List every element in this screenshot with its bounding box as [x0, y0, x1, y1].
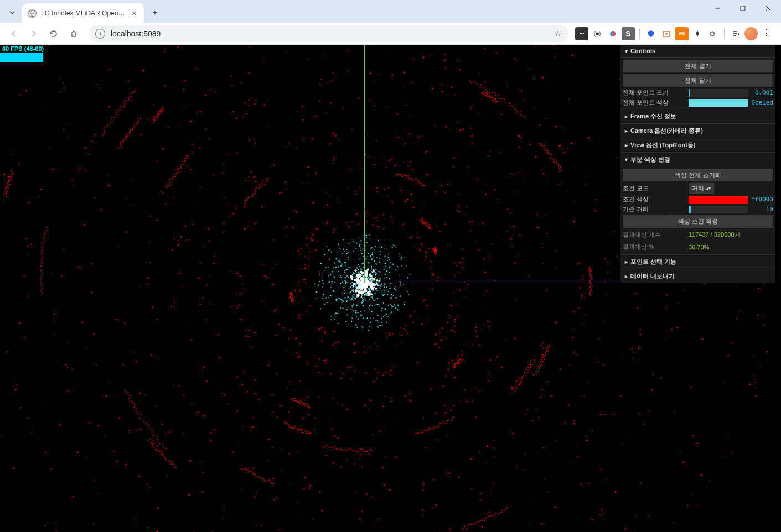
cond-mode-dropdown[interactable]: 거리 ▴▾: [689, 183, 714, 194]
point-color-swatch[interactable]: [689, 99, 748, 107]
extension-icon[interactable]: •••: [575, 27, 588, 40]
svg-point-953: [444, 54, 446, 55]
svg-point-396: [313, 117, 314, 118]
section-partial-color[interactable]: ▾ 부분 색상 변경: [620, 152, 775, 166]
section-data-export[interactable]: ▸ 데이터 내보내기: [620, 269, 775, 283]
svg-point-619: [148, 277, 149, 279]
new-tab-button[interactable]: +: [147, 5, 163, 20]
svg-point-684: [504, 50, 505, 51]
svg-point-1081: [592, 431, 593, 432]
svg-point-1839: [590, 294, 591, 295]
svg-point-2157: [176, 170, 177, 171]
svg-point-1345: [607, 149, 608, 149]
window-maximize-button[interactable]: [730, 0, 756, 17]
extension-icon[interactable]: S: [622, 27, 635, 40]
svg-point-2090: [547, 150, 548, 152]
svg-point-2349: [324, 447, 325, 448]
address-bar[interactable]: i localhost:5089 ☆: [89, 25, 568, 42]
svg-point-1307: [593, 84, 593, 84]
svg-point-1883: [542, 357, 543, 358]
svg-point-1006: [273, 310, 275, 312]
back-button[interactable]: [6, 25, 22, 42]
svg-point-2248: [413, 180, 414, 181]
svg-point-1077: [359, 165, 360, 166]
svg-point-652: [526, 414, 527, 415]
bookmark-star-icon[interactable]: ☆: [554, 28, 562, 39]
apply-color-button[interactable]: 색상 조건 적용: [623, 215, 773, 228]
svg-point-1931: [244, 207, 245, 208]
lidar-viewport[interactable]: 60 FPS (48-60) ▾ Controls 전체 열기 전체 닫기 전체…: [0, 45, 781, 532]
svg-point-1432: [384, 155, 384, 156]
svg-point-483: [224, 508, 225, 509]
svg-point-1154: [479, 345, 480, 346]
svg-point-735: [462, 258, 463, 259]
svg-point-1476: [82, 268, 82, 269]
forward-button[interactable]: [25, 25, 42, 42]
svg-point-780: [54, 314, 55, 315]
site-info-icon[interactable]: i: [95, 29, 105, 39]
reload-button[interactable]: [45, 25, 62, 42]
svg-point-800: [349, 157, 349, 157]
reset-color-button[interactable]: 색상 전체 초기화: [623, 169, 773, 181]
extensions-puzzle-icon[interactable]: [706, 27, 720, 40]
svg-point-2092: [547, 153, 549, 154]
browser-tab[interactable]: LG Innotek MLiDAR OpenGL V ×: [22, 3, 144, 23]
svg-point-1555: [173, 385, 174, 387]
chrome-menu-icon[interactable]: ⋮: [760, 27, 773, 40]
svg-point-3246: [387, 269, 387, 269]
svg-point-2410: [345, 321, 346, 322]
svg-point-2778: [372, 290, 373, 291]
ref-dist-slider[interactable]: [689, 206, 748, 213]
extension-icon[interactable]: [606, 27, 619, 40]
svg-point-2206: [122, 140, 123, 142]
extension-icon[interactable]: (■): [591, 27, 604, 40]
ref-dist-value[interactable]: 10: [750, 206, 773, 213]
svg-point-1504: [576, 444, 577, 445]
pin-icon[interactable]: [691, 27, 704, 40]
extension-icon[interactable]: [660, 27, 673, 40]
profile-avatar[interactable]: [744, 27, 758, 40]
point-size-slider[interactable]: [689, 89, 748, 97]
extension-icon[interactable]: [644, 27, 658, 40]
svg-point-562: [162, 423, 163, 425]
close-icon[interactable]: ×: [130, 9, 138, 18]
point-size-value[interactable]: 0.001: [750, 89, 773, 96]
cond-color-swatch[interactable]: [689, 196, 748, 204]
open-all-button[interactable]: 전체 열기: [623, 60, 773, 72]
tab-search-dropdown[interactable]: [4, 5, 20, 20]
svg-point-1456: [6, 196, 8, 198]
home-button[interactable]: [65, 25, 82, 42]
svg-point-1445: [302, 106, 303, 108]
svg-point-2394: [344, 270, 345, 271]
section-frame-info[interactable]: ▸ Frame 수신 정보: [620, 109, 775, 123]
svg-point-1308: [155, 406, 156, 407]
svg-point-1568: [351, 221, 353, 222]
svg-point-2241: [406, 177, 407, 178]
window-minimize-button[interactable]: [705, 0, 730, 17]
svg-point-3067: [319, 281, 320, 282]
point-color-hex[interactable]: 6ce1ed: [750, 99, 773, 106]
svg-point-901: [577, 263, 579, 265]
controls-panel-header[interactable]: ▾ Controls: [620, 45, 775, 58]
svg-point-2695: [361, 268, 361, 268]
cond-color-hex[interactable]: ff0000: [750, 196, 773, 203]
svg-point-1484: [648, 516, 649, 517]
window-close-button[interactable]: [756, 0, 781, 17]
svg-point-547: [488, 330, 489, 331]
media-control-icon[interactable]: [729, 27, 742, 40]
section-point-select[interactable]: ▸ 포인트 선택 기능: [620, 254, 775, 269]
svg-point-664: [423, 300, 424, 301]
extension-icon[interactable]: ex: [675, 27, 689, 40]
svg-point-195: [407, 165, 409, 167]
svg-point-1921: [454, 364, 456, 365]
svg-point-1088: [584, 185, 585, 186]
section-view-options[interactable]: ▸ View 옵션 (Top/Font등): [620, 138, 775, 152]
close-all-button[interactable]: 전체 닫기: [623, 74, 773, 87]
svg-point-828: [261, 300, 262, 301]
svg-point-309: [309, 485, 311, 487]
svg-point-1246: [475, 331, 476, 332]
svg-point-1449: [251, 171, 252, 173]
svg-point-712: [319, 84, 320, 85]
section-camera-options[interactable]: ▸ Camera 옵션(카메라 종류): [620, 123, 775, 138]
svg-point-3024: [391, 312, 392, 313]
